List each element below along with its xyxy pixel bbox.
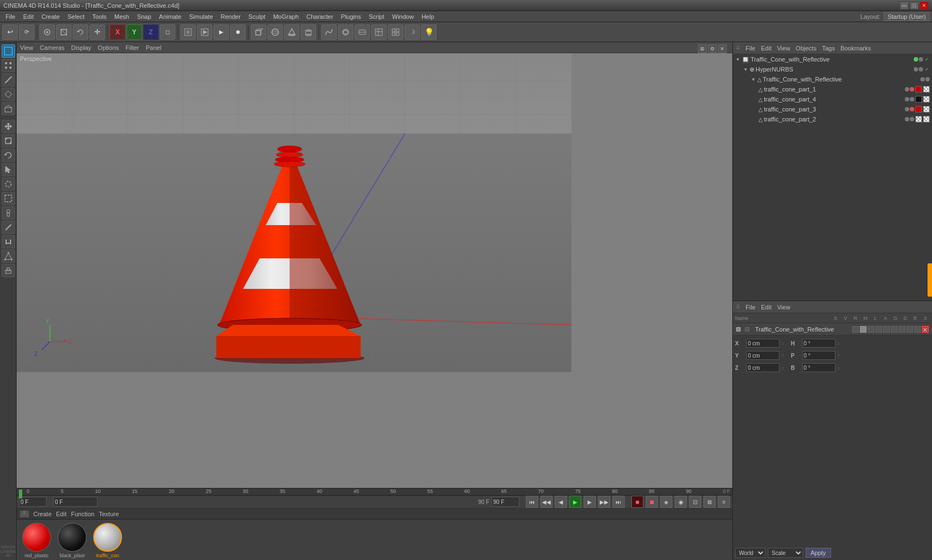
attr-z-pos[interactable] (746, 363, 779, 372)
menu-character[interactable]: Character (303, 12, 336, 21)
sidebar-extrude[interactable] (2, 264, 15, 277)
viewport-3d-scene[interactable]: X Y Z (17, 53, 732, 488)
attr-b-rot[interactable] (802, 363, 835, 372)
sidebar-knife[interactable] (2, 221, 15, 234)
material-menu-edit[interactable]: Edit (56, 511, 67, 517)
maximize-button[interactable]: □ (910, 2, 919, 9)
prev-frame-btn[interactable]: ◀ (555, 496, 567, 508)
menu-help[interactable]: Help (418, 12, 438, 21)
motion-clip-btn[interactable]: ⊠ (703, 496, 716, 508)
render-region[interactable] (180, 24, 196, 40)
texture-tool[interactable] (371, 24, 387, 40)
world-space[interactable]: ◻ (160, 24, 175, 40)
key-all-btn[interactable]: ◈ (660, 496, 672, 508)
menu-window[interactable]: Window (389, 12, 417, 21)
rotate-tool[interactable] (73, 24, 88, 40)
render-view[interactable] (197, 24, 212, 40)
tree-item-root[interactable]: ▼ 🔲 Traffic_Cone_with_Reflective ✓ (733, 54, 932, 64)
attr-h-rot[interactable] (802, 339, 835, 348)
tree-item-cone-group[interactable]: ▼ △ Traffic_Cone_with_Reflective (733, 74, 932, 84)
menu-animate[interactable]: Animate (156, 12, 185, 21)
nurbs-tool[interactable] (338, 24, 353, 40)
tree-item-part1[interactable]: △ traffic_cone_part_1 (733, 84, 932, 94)
scene-menu-tags[interactable]: Tags (822, 45, 835, 52)
sidebar-rect-select[interactable] (2, 192, 15, 205)
key-pos-btn[interactable]: ⊡ (689, 496, 701, 508)
viewport-menu-options[interactable]: Options (98, 44, 119, 51)
menu-plugins[interactable]: Plugins (338, 12, 364, 21)
apply-button[interactable]: Apply (806, 548, 831, 558)
attr-p-rot[interactable] (802, 351, 835, 360)
sidebar-paint[interactable] (2, 206, 15, 220)
sidebar-points-mode[interactable] (2, 59, 15, 72)
z-axis-btn[interactable]: Z (143, 24, 159, 40)
sidebar-polygons-mode[interactable] (2, 88, 15, 101)
minimize-button[interactable]: — (900, 2, 909, 9)
attr-object-row[interactable]: Traffic_Cone_with_Reflective ✕ (733, 323, 932, 335)
play-btn[interactable]: ▶ (569, 496, 581, 508)
undo-button[interactable]: ↩ (2, 24, 18, 40)
viewport-settings-btn[interactable]: ⚙ (708, 44, 717, 53)
sidebar-rotate[interactable] (2, 149, 15, 162)
viewport-menu-panel[interactable]: Panel (146, 44, 161, 51)
render-picture[interactable]: ▶ (214, 24, 229, 40)
go-start-btn[interactable]: ⏮ (526, 496, 538, 508)
viewport-close-btn[interactable]: ✕ (718, 44, 727, 53)
auto-key-btn[interactable]: ⏹ (646, 496, 658, 508)
viewport[interactable]: View Cameras Display Options Filter Pane… (17, 42, 732, 488)
attr-x-pos[interactable] (746, 339, 779, 348)
primitive-cylinder[interactable] (301, 24, 316, 40)
attr-menu-file[interactable]: File (746, 304, 756, 310)
attr-y-pos[interactable] (746, 351, 779, 360)
attr-menu-view[interactable]: View (777, 304, 791, 310)
scene-menu-view[interactable]: View (777, 45, 791, 52)
material-black-plastic[interactable]: black_plast (55, 523, 89, 558)
menu-script[interactable]: Script (366, 12, 388, 21)
menu-create[interactable]: Create (38, 12, 63, 21)
sidebar-select[interactable] (2, 163, 15, 176)
viewport-maximize-btn[interactable]: ⊞ (698, 44, 707, 53)
render-animation[interactable]: ⏺ (230, 24, 246, 40)
menu-sculpt[interactable]: Sculpt (245, 12, 269, 21)
material-traffic-cone[interactable]: traffic_con (91, 523, 124, 558)
viewport-menu-cameras[interactable]: Cameras (40, 44, 65, 51)
next-frame-btn[interactable]: ▶ (584, 496, 596, 508)
x-axis-btn[interactable]: X (110, 24, 125, 40)
layout-preset[interactable]: Startup (User) (884, 12, 930, 21)
attr-menu-edit[interactable]: Edit (761, 304, 772, 310)
menu-render[interactable]: Render (217, 12, 244, 21)
sidebar-scale[interactable] (2, 134, 15, 147)
end-frame-input[interactable] (492, 497, 519, 507)
scale-tool[interactable] (56, 24, 72, 40)
primitive-cube[interactable] (251, 24, 266, 40)
scene-menu-file[interactable]: File (746, 45, 756, 52)
new-object[interactable]: ✛ (89, 24, 105, 40)
scene-menu-objects[interactable]: Objects (796, 45, 816, 52)
primitive-cone[interactable] (284, 24, 300, 40)
menu-edit[interactable]: Edit (20, 12, 37, 21)
menu-mesh[interactable]: Mesh (111, 12, 133, 21)
record-btn[interactable]: ⏺ (631, 496, 644, 508)
move-tool[interactable] (39, 24, 55, 40)
deformer-tool[interactable] (354, 24, 370, 40)
transform-mode-select[interactable]: Scale Position Rotation (768, 548, 803, 558)
key-sel-btn[interactable]: ◉ (675, 496, 687, 508)
menu-snap[interactable]: Snap (134, 12, 155, 21)
sidebar-poly-pen[interactable] (2, 250, 15, 263)
tree-item-part2[interactable]: △ traffic_cone_part_2 (733, 114, 932, 124)
viewport-menu-view[interactable]: View (20, 44, 33, 51)
light-button[interactable]: 💡 (421, 24, 437, 40)
scene-menu-edit[interactable]: Edit (761, 45, 772, 52)
frame-display[interactable] (53, 497, 98, 507)
sidebar-move[interactable] (2, 120, 15, 133)
display-mode[interactable]: ☽ (404, 24, 420, 40)
spline-tool[interactable] (321, 24, 337, 40)
tree-item-part3[interactable]: △ traffic_cone_part_3 (733, 104, 932, 114)
menu-mograph[interactable]: MoGraph (270, 12, 302, 21)
menu-file[interactable]: File (2, 12, 19, 21)
close-button[interactable]: ✕ (920, 2, 929, 9)
sidebar-edges-mode[interactable] (2, 73, 15, 86)
menu-tools[interactable]: Tools (89, 12, 110, 21)
redo-button[interactable]: ⟳ (19, 24, 34, 40)
coord-system-select[interactable]: World Object (735, 548, 766, 558)
